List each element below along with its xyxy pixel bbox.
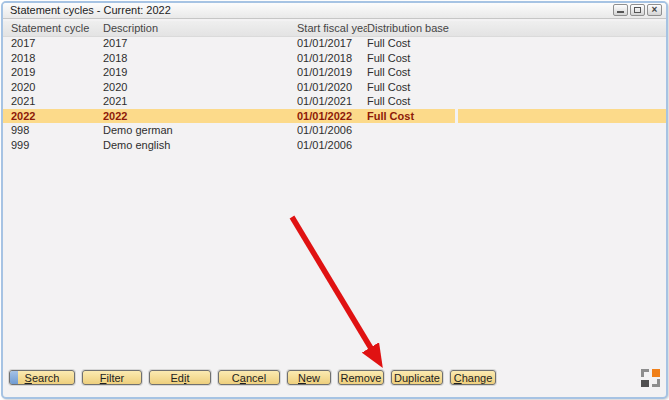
cell-start-fiscal-year: 01/01/2006 [297,138,367,153]
cell-empty [455,80,666,95]
close-button[interactable]: × [647,4,662,16]
table-row-selected[interactable]: 2022 2022 01/01/2022 Full Cost [3,109,666,124]
change-button[interactable]: Change [450,370,496,385]
cell-start-fiscal-year: 01/01/2018 [297,51,367,66]
cell-start-fiscal-year: 01/01/2017 [297,36,367,51]
cell-statement-cycle: 2017 [3,36,103,51]
table-row[interactable]: 2021 2021 01/01/2021 Full Cost [3,94,666,109]
search-button[interactable]: Search [9,370,75,385]
cell-start-fiscal-year: 01/01/2020 [297,80,367,95]
table-row[interactable]: 998 Demo german 01/01/2006 [3,123,666,138]
window-title: Statement cycles - Current: 2022 [10,4,171,16]
cell-start-fiscal-year: 01/01/2019 [297,65,367,80]
cell-empty [455,65,666,80]
cell-start-fiscal-year: 01/01/2006 [297,123,367,138]
cell-description: 2021 [103,94,297,109]
cell-empty [455,51,666,66]
button-label: N [298,372,306,384]
cell-description: 2018 [103,51,297,66]
cell-distribution-base: Full Cost [367,65,455,80]
table-row[interactable]: 2020 2020 01/01/2020 Full Cost [3,80,666,95]
cell-description: Demo english [103,138,297,153]
button-label: Remove [341,372,382,384]
cell-distribution-base: Full Cost [367,36,455,51]
cell-description: Demo german [103,123,297,138]
column-header-empty [455,21,666,36]
cell-description: 2019 [103,65,297,80]
resize-grip-icon[interactable] [641,369,660,387]
table-row[interactable]: 2017 2017 01/01/2017 Full Cost [3,36,666,51]
cell-description: 2022 [103,109,297,124]
cell-start-fiscal-year: 01/01/2021 [297,94,367,109]
table-row[interactable]: 2018 2018 01/01/2018 Full Cost [3,51,666,66]
cell-statement-cycle: 2018 [3,51,103,66]
cell-empty [455,109,666,124]
cell-description: 2020 [103,80,297,95]
column-header-description[interactable]: Description [103,21,297,36]
cell-description: 2017 [103,36,297,51]
cell-statement-cycle: 2019 [3,65,103,80]
table-body: 2017 2017 01/01/2017 Full Cost 2018 2018… [3,36,666,152]
minimize-button[interactable] [613,4,628,16]
toolbar: Search Filter Edit Cancel New Remove Dup… [9,370,496,385]
cell-distribution-base [367,138,455,153]
new-button[interactable]: New [287,370,331,385]
cell-distribution-base [367,123,455,138]
cell-distribution-base: Full Cost [367,80,455,95]
minimize-icon [617,11,624,13]
button-label: Duplicate [394,372,440,384]
cell-start-fiscal-year: 01/01/2022 [297,109,367,124]
column-header-start-fiscal-year[interactable]: Start fiscal year [297,21,367,36]
filter-button[interactable]: Filter [82,370,142,385]
cell-empty [455,138,666,153]
table-row[interactable]: 999 Demo english 01/01/2006 [3,138,666,153]
edit-button[interactable]: Edit [149,370,211,385]
button-label: ew [306,372,320,384]
focus-indicator [10,371,18,384]
button-label: hange [462,372,493,384]
screen: Statement cycles - Current: 2022 × State… [0,0,669,400]
button-label: C [232,372,240,384]
column-header-statement-cycle[interactable]: Statement cycle [3,21,103,36]
maximize-button[interactable] [630,4,645,16]
table-row[interactable]: 2019 2019 01/01/2019 Full Cost [3,65,666,80]
remove-button[interactable]: Remove [338,370,384,385]
cell-distribution-base: Full Cost [367,51,455,66]
close-icon: × [648,4,661,16]
column-header-distribution-base[interactable]: Distribution base [367,21,455,36]
button-label: F [100,372,107,384]
button-label: S [25,372,32,384]
button-label: t [186,372,189,384]
cell-empty [455,94,666,109]
cell-distribution-base: Full Cost [367,94,455,109]
cell-statement-cycle: 2022 [3,109,103,124]
maximize-icon [634,7,641,13]
cell-statement-cycle: 999 [3,138,103,153]
button-label: ncel [246,372,266,384]
table-header: Statement cycle Description Start fiscal… [3,21,666,37]
cell-empty [455,36,666,51]
cell-statement-cycle: 998 [3,123,103,138]
window-controls: × [613,4,662,16]
button-label: earch [32,372,60,384]
button-label: C [454,372,462,384]
cell-statement-cycle: 2020 [3,80,103,95]
cell-distribution-base: Full Cost [367,109,455,124]
resize-grip-glyph [641,369,660,387]
duplicate-button[interactable]: Duplicate [391,370,443,385]
cancel-button[interactable]: Cancel [218,370,280,385]
button-label: ilter [107,372,125,384]
title-bar[interactable]: Statement cycles - Current: 2022 × [3,3,666,19]
cell-empty [455,123,666,138]
button-label: Ed [171,372,184,384]
statement-cycles-window: Statement cycles - Current: 2022 × State… [1,1,668,399]
cell-statement-cycle: 2021 [3,94,103,109]
